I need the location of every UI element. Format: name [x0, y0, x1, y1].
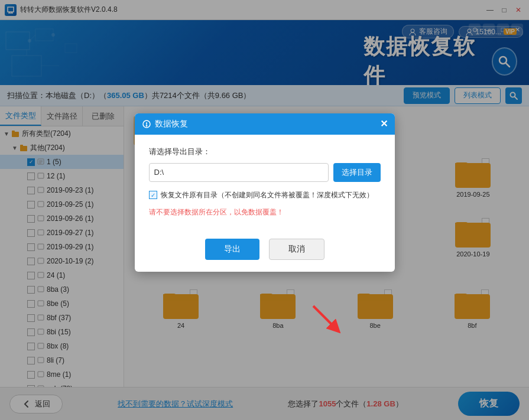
modal-footer: 导出 取消: [135, 239, 395, 272]
directory-input[interactable]: [149, 163, 329, 182]
modal-title: 数据恢复: [142, 119, 188, 129]
modal-dialog: 数据恢复 ✕ 请选择导出目录： 选择目录 恢复文件原有目录（不创建则同名文件将被…: [135, 113, 395, 272]
export-button[interactable]: 导出: [205, 239, 259, 260]
modal-label: 请选择导出目录：: [149, 146, 381, 157]
modal-body: 请选择导出目录： 选择目录 恢复文件原有目录（不创建则同名文件将被覆盖！深度模式…: [135, 135, 395, 239]
modal-close-button[interactable]: ✕: [380, 118, 388, 129]
svg-point-45: [146, 125, 147, 126]
modal-input-row: 选择目录: [149, 163, 381, 182]
modal-warning: 请不要选择数据所在分区，以免数据覆盖！: [149, 207, 381, 217]
cancel-button[interactable]: 取消: [269, 239, 324, 260]
modal-checkbox-row: 恢复文件原有目录（不创建则同名文件将被覆盖！深度模式下无效）: [149, 190, 381, 200]
modal-header: 数据恢复 ✕: [135, 113, 395, 135]
restore-dir-label: 恢复文件原有目录（不创建则同名文件将被覆盖！深度模式下无效）: [161, 190, 374, 200]
restore-dir-checkbox[interactable]: [149, 191, 157, 199]
svg-line-47: [313, 306, 336, 328]
red-arrow: [307, 300, 343, 337]
modal-overlay: 数据恢复 ✕ 请选择导出目录： 选择目录 恢复文件原有目录（不创建则同名文件将被…: [0, 0, 529, 420]
select-directory-button[interactable]: 选择目录: [333, 163, 381, 182]
